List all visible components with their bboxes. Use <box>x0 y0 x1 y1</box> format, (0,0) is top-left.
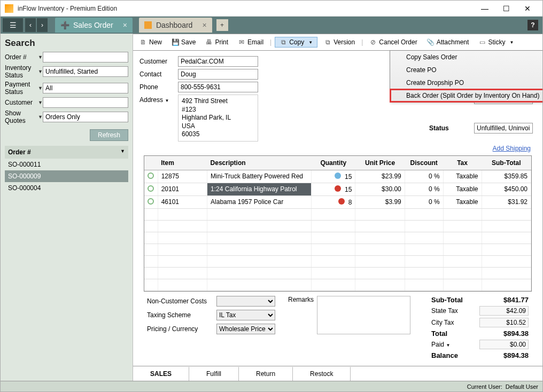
copy-icon: ⧉ <box>280 38 287 46</box>
address-box[interactable]: 492 Third Street #123 Highland Park, IL … <box>178 95 258 142</box>
tab-strip: ☰ ‹ › ➕ Sales Order × Dashboard × + ? <box>1 17 542 34</box>
customer-input[interactable] <box>178 56 258 67</box>
cell-tax[interactable]: Taxable <box>443 170 482 183</box>
nav-back[interactable]: ‹ <box>25 18 36 32</box>
table-row[interactable]: 20101 1:24 California Highway Patrol 15 … <box>144 183 531 195</box>
chevron-down-icon[interactable]: ▼ <box>38 54 43 60</box>
tab-dashboard[interactable]: Dashboard × <box>139 18 212 33</box>
table-row[interactable] <box>144 255 531 267</box>
table-row[interactable] <box>144 232 531 244</box>
chevron-down-icon[interactable]: ▼ <box>38 100 43 105</box>
maximize-button[interactable]: ☐ <box>495 1 517 16</box>
menu-item-copy-sales-order[interactable]: Copy Sales Order <box>390 51 543 64</box>
table-row[interactable]: 12875 Mini-Truck Battery Powered Red 15 … <box>144 170 531 183</box>
order-list-item[interactable]: SO-000004 <box>5 182 128 194</box>
tab-sales-order[interactable]: ➕ Sales Order × <box>55 18 133 33</box>
chevron-down-icon[interactable]: ▼ <box>38 85 43 91</box>
order-list-item[interactable]: SO-000011 <box>5 159 128 170</box>
new-button[interactable]: 🗎New <box>136 37 165 47</box>
cell-item[interactable]: 20101 <box>158 183 207 195</box>
minimize-button[interactable]: — <box>474 1 495 16</box>
cell-item[interactable]: 46101 <box>158 195 207 208</box>
row-radio[interactable] <box>148 173 154 179</box>
cell-unit-price[interactable]: $3.99 <box>355 195 405 208</box>
total-value: $894.38 <box>479 330 529 338</box>
bottom-tab-fulfill[interactable]: Fulfill <box>189 367 239 381</box>
close-icon[interactable]: × <box>123 21 127 29</box>
cell-description[interactable]: Mini-Truck Battery Powered Red <box>207 170 312 183</box>
cell-item[interactable]: 12875 <box>158 170 207 183</box>
attachment-button[interactable]: 📎Attachment <box>424 37 472 47</box>
remarks-input[interactable] <box>317 296 410 334</box>
row-radio[interactable] <box>148 198 154 205</box>
save-button[interactable]: 💾Save <box>168 37 199 47</box>
search-order-input[interactable] <box>43 52 128 62</box>
cell-unit-price[interactable]: $23.99 <box>355 170 405 183</box>
show-quotes-select[interactable] <box>43 112 128 122</box>
cell-discount[interactable]: 0 % <box>405 170 443 183</box>
row-radio[interactable] <box>148 185 154 192</box>
taxing-scheme-select[interactable]: IL Tax <box>216 310 275 320</box>
cell-quantity[interactable]: 15 <box>312 183 355 195</box>
table-row[interactable] <box>144 267 531 279</box>
chevron-down-icon[interactable]: ▼ <box>38 114 43 120</box>
search-order-label: Order # <box>5 53 38 61</box>
table-row[interactable] <box>144 279 531 291</box>
print-button[interactable]: 🖶Print <box>202 37 231 47</box>
window-title: inFlow Inventory - Premium Edition <box>18 5 474 12</box>
add-tab-button[interactable]: + <box>216 19 228 31</box>
nav-forward[interactable]: › <box>37 18 48 32</box>
cell-discount[interactable]: 0 % <box>405 183 443 195</box>
copy-button[interactable]: ⧉Copy▼ <box>275 37 317 48</box>
ncc-select[interactable] <box>216 296 275 307</box>
city-tax-value: $10.52 <box>479 318 529 327</box>
table-row[interactable]: 46101 Alabama 1957 Police Car 8 $3.99 0 … <box>144 195 531 208</box>
menu-item-create-po[interactable]: Create PO <box>390 64 543 76</box>
col-subtotal: Sub-Total <box>482 156 531 170</box>
order-list-item[interactable]: SO-000009 <box>5 170 128 182</box>
phone-input[interactable] <box>178 82 258 92</box>
cell-tax[interactable]: Taxable <box>443 195 482 208</box>
pricing-label: Pricing / Currency <box>147 325 216 333</box>
state-tax-label: State Tax <box>431 307 479 315</box>
bottom-tab-restock[interactable]: Restock <box>293 367 351 381</box>
table-row[interactable] <box>144 220 531 232</box>
pricing-select[interactable]: Wholesale Price <box>216 324 275 334</box>
close-button[interactable]: ✕ <box>517 1 538 16</box>
content-area: 🗎New 💾Save 🖶Print ✉Email | ⧉Copy▼ ⧉Versi… <box>133 34 542 381</box>
cell-quantity[interactable]: 8 <box>312 195 355 208</box>
cell-tax[interactable]: Taxable <box>443 183 482 195</box>
cell-description[interactable]: 1:24 California Highway Patrol <box>207 183 312 195</box>
ncc-label: Non-Customer Costs <box>147 297 216 305</box>
table-row[interactable] <box>144 208 531 220</box>
add-shipping-link[interactable]: Add Shipping <box>493 145 531 152</box>
contact-input[interactable] <box>178 69 258 80</box>
help-button[interactable]: ? <box>528 20 538 30</box>
version-button[interactable]: ⧉Version <box>321 37 358 47</box>
total-label: Total <box>431 330 479 338</box>
payment-status-select[interactable] <box>43 83 128 93</box>
tab-label: Dashboard <box>156 21 193 29</box>
refresh-button[interactable]: Refresh <box>90 129 128 141</box>
hamburger-menu[interactable]: ☰ <box>3 18 23 32</box>
bottom-tab-sales[interactable]: SALES <box>133 367 189 381</box>
copy-dropdown: Copy Sales Order Create PO Create Dropsh… <box>390 50 543 103</box>
inventory-status-select[interactable] <box>43 66 128 77</box>
status-dot-icon <box>338 198 345 205</box>
menu-item-back-order[interactable]: Back Order (Split Order by Inventory On … <box>390 89 543 102</box>
menu-item-create-dropship-po[interactable]: Create Dropship PO <box>390 76 543 89</box>
cell-quantity[interactable]: 15 <box>312 170 355 183</box>
chevron-down-icon[interactable]: ▼ <box>38 69 43 74</box>
status-input[interactable] <box>474 123 533 134</box>
sticky-button[interactable]: ▭Sticky▼ <box>475 37 517 47</box>
order-list-header[interactable]: Order # ▼ <box>5 146 128 159</box>
cell-discount[interactable]: 0 % <box>405 195 443 208</box>
close-icon[interactable]: × <box>202 21 206 29</box>
customer-input[interactable] <box>43 97 128 108</box>
cell-unit-price[interactable]: $30.00 <box>355 183 405 195</box>
cancel-order-button[interactable]: ⊘Cancel Order <box>366 37 420 47</box>
cell-description[interactable]: Alabama 1957 Police Car <box>207 195 312 208</box>
bottom-tab-return[interactable]: Return <box>239 367 293 381</box>
table-row[interactable] <box>144 244 531 255</box>
email-button[interactable]: ✉Email <box>235 37 267 47</box>
